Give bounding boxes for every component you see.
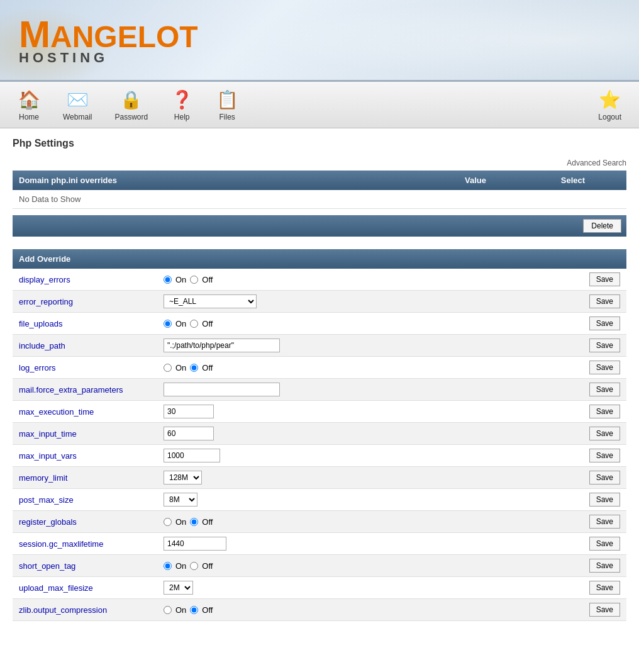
list-item: max_input_timeSave (13, 423, 626, 445)
col-domain: Domain php.ini overrides (13, 171, 431, 190)
select-upload_max_filesize[interactable]: 2M1M4M8M (164, 581, 193, 595)
nav-files-label: Files (219, 113, 235, 121)
action-cell-max_input_time: Save (576, 423, 626, 445)
save-button-mail_force_extra[interactable]: Save (589, 383, 620, 396)
action-cell-zlib_output_compression: Save (576, 599, 626, 621)
nav-webmail[interactable]: ✉️ Webmail (52, 85, 103, 125)
setting-label-register_globals: register_globals (13, 511, 157, 533)
setting-value-upload_max_filesize[interactable]: 2M1M4M8M (157, 577, 576, 599)
setting-value-log_errors[interactable]: OnOff (157, 357, 576, 379)
list-item: max_input_varsSave (13, 445, 626, 467)
list-item: log_errorsOnOffSave (13, 357, 626, 379)
list-item: file_uploadsOnOffSave (13, 313, 626, 335)
select-error_reporting[interactable]: ~E_ALLE_ALLE_ALL & ~E_NOTICE (164, 294, 257, 308)
setting-value-include_path[interactable] (157, 335, 576, 357)
setting-value-max_execution_time[interactable] (157, 401, 576, 423)
nav-help-label: Help (174, 113, 190, 121)
action-cell-post_max_size: Save (576, 489, 626, 511)
radio-off-zlib_output_compression[interactable] (190, 606, 198, 614)
save-button-display_errors[interactable]: Save (589, 272, 620, 286)
setting-value-max_input_time[interactable] (157, 423, 576, 445)
save-button-short_open_tag[interactable]: Save (589, 559, 620, 573)
list-item: upload_max_filesize2M1M4M8MSave (13, 577, 626, 599)
radio-on-zlib_output_compression[interactable] (164, 606, 172, 614)
action-cell-register_globals: Save (576, 511, 626, 533)
content: Php Settings Advanced Search Domain php.… (0, 128, 639, 630)
radio-off-short_open_tag[interactable] (190, 562, 198, 570)
nav-logout-label: Logout (598, 113, 621, 121)
radio-off-file_uploads[interactable] (190, 320, 198, 328)
save-button-upload_max_filesize[interactable]: Save (589, 581, 620, 595)
radio-off-log_errors[interactable] (190, 364, 198, 372)
list-item: short_open_tagOnOffSave (13, 555, 626, 577)
setting-value-session_gc_maxlifetime[interactable] (157, 533, 576, 555)
radio-off-display_errors[interactable] (190, 276, 198, 284)
list-item: error_reporting~E_ALLE_ALLE_ALL & ~E_NOT… (13, 291, 626, 313)
list-item: include_pathSave (13, 335, 626, 357)
save-button-max_execution_time[interactable]: Save (589, 405, 620, 418)
save-button-max_input_vars[interactable]: Save (589, 449, 620, 462)
header: MANGELOT HOSTING (0, 0, 639, 82)
add-override-col3 (576, 249, 626, 269)
save-button-include_path[interactable]: Save (589, 339, 620, 352)
save-button-log_errors[interactable]: Save (589, 361, 620, 374)
radio-on-display_errors[interactable] (164, 276, 172, 284)
list-item: mail.force_extra_parametersSave (13, 379, 626, 401)
nav-password[interactable]: 🔒 Password (103, 85, 159, 125)
setting-label-max_input_vars: max_input_vars (13, 445, 157, 467)
setting-value-zlib_output_compression[interactable]: OnOff (157, 599, 576, 621)
setting-value-register_globals[interactable]: OnOff (157, 511, 576, 533)
input-max_input_vars[interactable] (164, 449, 220, 462)
save-button-session_gc_maxlifetime[interactable]: Save (589, 537, 620, 551)
save-button-max_input_time[interactable]: Save (589, 427, 620, 440)
setting-value-short_open_tag[interactable]: OnOff (157, 555, 576, 577)
radio-off-register_globals[interactable] (190, 518, 198, 526)
radio-on-short_open_tag[interactable] (164, 562, 172, 570)
logo-m: M (19, 13, 50, 55)
radio-on-file_uploads[interactable] (164, 320, 172, 328)
input-max_input_time[interactable] (164, 427, 214, 440)
nav-home[interactable]: 🏠 Home (6, 85, 52, 125)
nav-help[interactable]: ❓ Help (159, 85, 204, 125)
save-button-error_reporting[interactable]: Save (589, 294, 620, 308)
setting-value-file_uploads[interactable]: OnOff (157, 313, 576, 335)
setting-label-max_input_time: max_input_time (13, 423, 157, 445)
input-session_gc_maxlifetime[interactable] (164, 537, 226, 551)
save-button-file_uploads[interactable]: Save (589, 316, 620, 330)
setting-value-error_reporting[interactable]: ~E_ALLE_ALLE_ALL & ~E_NOTICE (157, 291, 576, 313)
list-item: session.gc_maxlifetimeSave (13, 533, 626, 555)
setting-value-mail_force_extra[interactable] (157, 379, 576, 401)
select-post_max_size[interactable]: 8M2M16M32M (164, 493, 197, 507)
input-mail_force_extra[interactable] (164, 383, 280, 396)
input-include_path[interactable] (164, 339, 280, 352)
nav-files[interactable]: 📋 Files (204, 85, 250, 125)
nav-logout[interactable]: ⭐ Logout (587, 85, 633, 125)
action-cell-memory_limit: Save (576, 467, 626, 489)
delete-button[interactable]: Delete (583, 219, 621, 233)
save-button-register_globals[interactable]: Save (589, 515, 620, 529)
select-memory_limit[interactable]: 128M64M256M512M (164, 471, 202, 484)
add-override-col2 (157, 249, 576, 269)
col-value: Value (431, 171, 520, 190)
save-button-zlib_output_compression[interactable]: Save (589, 603, 620, 617)
save-button-memory_limit[interactable]: Save (589, 471, 620, 484)
setting-label-session_gc_maxlifetime: session.gc_maxlifetime (13, 533, 157, 555)
setting-value-max_input_vars[interactable] (157, 445, 576, 467)
setting-value-post_max_size[interactable]: 8M2M16M32M (157, 489, 576, 511)
setting-label-error_reporting: error_reporting (13, 291, 157, 313)
radio-on-log_errors[interactable] (164, 364, 172, 372)
setting-value-display_errors[interactable]: OnOff (157, 269, 576, 291)
setting-label-post_max_size: post_max_size (13, 489, 157, 511)
webmail-icon: ✉️ (66, 88, 89, 111)
help-icon: ❓ (170, 88, 193, 111)
input-max_execution_time[interactable] (164, 405, 214, 418)
nav-password-label: Password (114, 113, 148, 121)
password-icon: 🔒 (120, 88, 143, 111)
no-data-text: No Data to Show (13, 190, 626, 209)
save-button-post_max_size[interactable]: Save (589, 493, 620, 507)
radio-on-register_globals[interactable] (164, 518, 172, 526)
setting-value-memory_limit[interactable]: 128M64M256M512M (157, 467, 576, 489)
advanced-search-link[interactable]: Advanced Search (13, 159, 626, 167)
action-cell-max_execution_time: Save (576, 401, 626, 423)
action-cell-display_errors: Save (576, 269, 626, 291)
